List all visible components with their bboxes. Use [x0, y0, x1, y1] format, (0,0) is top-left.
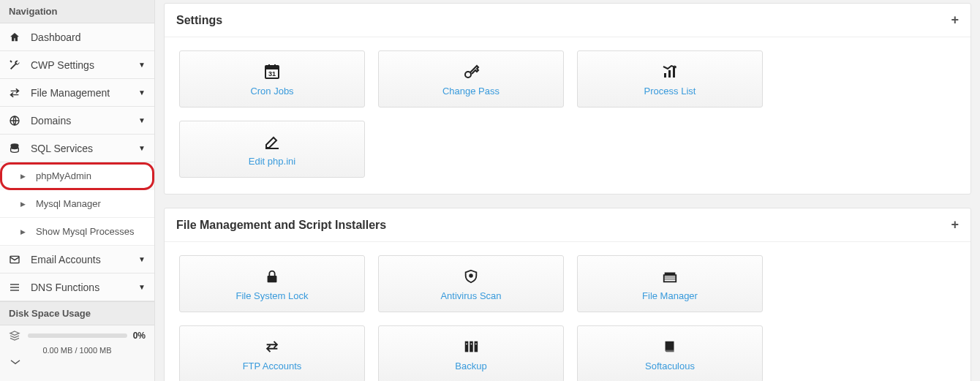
- tile-cron-jobs[interactable]: 31 Cron Jobs: [179, 50, 365, 107]
- svg-rect-21: [470, 341, 473, 352]
- svg-rect-26: [666, 350, 674, 352]
- tile-backup[interactable]: Backup: [378, 325, 564, 381]
- nav-label: SQL Services: [31, 143, 138, 154]
- tile-softaculous[interactable]: Softaculous: [577, 325, 763, 381]
- svg-rect-13: [668, 70, 671, 78]
- chevron-right-icon: ▶: [20, 200, 26, 208]
- svg-rect-19: [664, 275, 676, 282]
- tile-label: Softaculous: [645, 361, 695, 371]
- disk-progress-bar: [28, 333, 127, 338]
- sidebar: Navigation Dashboard CWP Settings ▼ File…: [0, 0, 155, 381]
- svg-point-17: [470, 274, 472, 277]
- svg-rect-5: [10, 290, 19, 290]
- tile-label: Antivirus Scan: [440, 290, 501, 301]
- tile-label: Cron Jobs: [250, 86, 293, 97]
- sub-label: Show Mysql Processes: [36, 226, 146, 237]
- caret-down-icon: ▼: [138, 255, 146, 263]
- book-icon: [662, 337, 678, 356]
- tile-label: Change Pass: [442, 86, 500, 97]
- tile-label: Process List: [644, 86, 696, 97]
- nav-item-dashboard[interactable]: Dashboard: [0, 23, 154, 51]
- caret-down-icon: ▼: [138, 88, 146, 97]
- stack-icon: [9, 330, 22, 342]
- tile-antivirus-scan[interactable]: Antivirus Scan: [378, 255, 564, 312]
- tile-file-manager[interactable]: File Manager: [577, 255, 763, 312]
- tile-file-system-lock[interactable]: File System Lock: [179, 255, 365, 312]
- tile-label: File Manager: [642, 290, 698, 301]
- svg-point-23: [466, 343, 467, 344]
- nav-item-email-accounts[interactable]: Email Accounts ▼: [0, 246, 154, 274]
- chevron-right-icon: ▶: [20, 173, 26, 180]
- tile-change-pass[interactable]: Change Pass: [378, 50, 564, 107]
- tile-process-list[interactable]: Process List: [577, 50, 763, 107]
- database-icon: [9, 143, 23, 154]
- tile-label: File System Lock: [236, 290, 309, 301]
- envelope-icon: [9, 254, 23, 265]
- svg-rect-12: [664, 73, 666, 78]
- svg-rect-16: [268, 276, 277, 282]
- svg-rect-9: [274, 64, 276, 67]
- nav-label: Email Accounts: [31, 254, 138, 265]
- disk-expand-toggle[interactable]: [9, 358, 146, 366]
- tile-label: Backup: [455, 361, 486, 371]
- nav-item-dns-functions[interactable]: DNS Functions ▼: [0, 274, 154, 301]
- panel-title: Settings: [176, 14, 951, 27]
- sub-label: phpMyAdmin: [36, 170, 146, 181]
- svg-rect-22: [475, 341, 478, 352]
- main-content: Settings + 31 Cron Jobs Change Pass Pro: [155, 0, 980, 381]
- nav-item-domains[interactable]: Domains ▼: [0, 107, 154, 135]
- svg-point-11: [465, 72, 471, 78]
- globe-icon: [9, 115, 23, 127]
- disk-usage: 0% 0.00 MB / 1000 MB: [0, 325, 154, 369]
- nav-item-sql-services[interactable]: SQL Services ▼: [0, 135, 154, 162]
- transfer-icon: [9, 87, 23, 99]
- svg-rect-8: [268, 64, 270, 67]
- sub-label: Mysql Manager: [36, 198, 146, 209]
- sub-item-phpmyadmin[interactable]: ▶ phpMyAdmin: [0, 162, 154, 190]
- books-icon: [462, 337, 480, 356]
- svg-rect-14: [673, 67, 675, 78]
- svg-text:31: 31: [268, 70, 276, 78]
- nav-item-file-management[interactable]: File Management ▼: [0, 79, 154, 107]
- disk-percent: 0%: [133, 331, 146, 341]
- svg-rect-20: [465, 341, 469, 352]
- key-icon: [462, 62, 480, 81]
- sub-item-show-mysql-processes[interactable]: ▶ Show Mysql Processes: [0, 218, 154, 246]
- svg-rect-15: [265, 148, 279, 149]
- nav-label: CWP Settings: [31, 59, 138, 71]
- wrench-icon: [9, 59, 23, 71]
- panel-title: File Management and Script Installers: [176, 219, 951, 232]
- chart-icon: [661, 62, 679, 81]
- disk-values: 0.00 MB / 1000 MB: [9, 346, 146, 355]
- edit-icon: [263, 132, 281, 151]
- caret-down-icon: ▼: [138, 61, 146, 69]
- home-icon: [9, 31, 23, 43]
- nav-label: File Management: [31, 87, 138, 99]
- calendar-icon: 31: [263, 62, 281, 81]
- caret-down-icon: ▼: [138, 283, 146, 291]
- nav-item-cwp-settings[interactable]: CWP Settings ▼: [0, 51, 154, 79]
- svg-rect-4: [10, 287, 19, 287]
- svg-point-24: [471, 343, 472, 344]
- panel-file-management-script-installers: File Management and Script Installers + …: [164, 208, 971, 381]
- tile-label: FTP Accounts: [243, 361, 302, 371]
- swap-icon: [264, 337, 280, 356]
- tile-label: Edit php.ini: [249, 156, 295, 167]
- panel-settings: Settings + 31 Cron Jobs Change Pass Pro: [164, 3, 971, 195]
- svg-rect-3: [10, 284, 19, 284]
- tile-edit-php-ini[interactable]: Edit php.ini: [179, 121, 365, 178]
- caret-down-icon: ▼: [138, 144, 146, 152]
- lines-icon: [9, 282, 23, 293]
- panel-header: File Management and Script Installers +: [165, 208, 970, 242]
- svg-rect-7: [265, 66, 279, 69]
- panel-collapse-toggle[interactable]: +: [951, 217, 959, 233]
- nav-label: Domains: [31, 115, 138, 127]
- folder-icon: [662, 267, 678, 286]
- nav-label: DNS Functions: [31, 282, 138, 293]
- sub-item-mysql-manager[interactable]: ▶ Mysql Manager: [0, 190, 154, 218]
- shield-icon: [463, 267, 479, 286]
- panel-header: Settings +: [165, 4, 970, 37]
- tile-ftp-accounts[interactable]: FTP Accounts: [179, 325, 365, 381]
- panel-collapse-toggle[interactable]: +: [951, 12, 959, 28]
- nav-label: Dashboard: [31, 31, 146, 43]
